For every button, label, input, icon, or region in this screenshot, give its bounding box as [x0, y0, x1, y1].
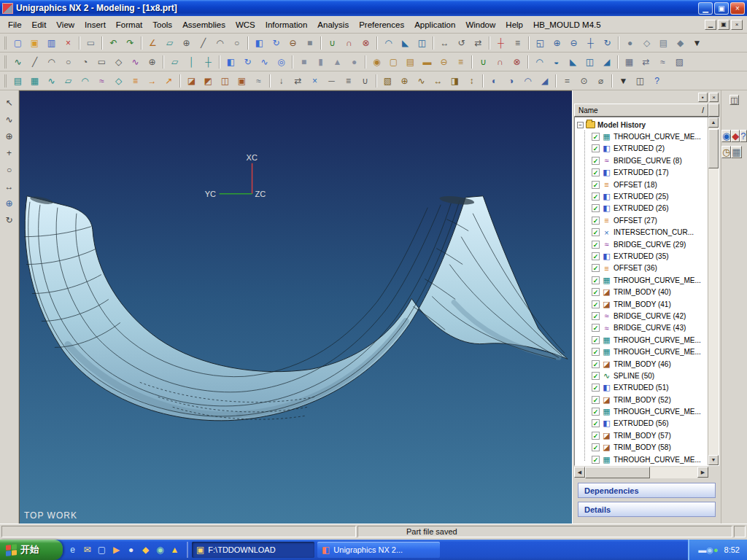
named-views-icon[interactable]: ▼ — [616, 74, 632, 88]
block-icon[interactable]: ■ — [302, 36, 318, 50]
feature-checkbox-icon[interactable]: ✓ — [592, 133, 600, 141]
subtract-2-icon[interactable]: ∩ — [492, 55, 508, 69]
sphere-icon[interactable]: ● — [347, 55, 363, 69]
history-palette-icon[interactable]: ◷ — [721, 146, 731, 158]
restore-child-button-icon[interactable]: ▣ — [718, 20, 729, 30]
trimmed-sheet-icon[interactable]: ◩ — [201, 74, 217, 88]
intersection-curve-icon[interactable]: × — [307, 74, 323, 88]
details-panel-header[interactable]: Details — [578, 502, 716, 517]
tree-item[interactable]: ✓≈BRIDGE_CURVE (29) — [592, 238, 708, 250]
feature-checkbox-icon[interactable]: ✓ — [592, 456, 600, 464]
pocket-icon[interactable]: ▢ — [386, 55, 402, 69]
rotate-tool-icon[interactable]: ↻ — [2, 214, 17, 227]
window-cascade-icon[interactable]: ◫ — [632, 74, 649, 88]
cylinder-icon[interactable]: ▮ — [313, 55, 329, 69]
join-curve-icon[interactable]: ∪ — [357, 74, 374, 88]
tube-icon[interactable]: ◎ — [274, 55, 290, 69]
scale-object-icon[interactable]: ⇄ — [471, 36, 487, 50]
feature-checkbox-icon[interactable]: ✓ — [592, 276, 600, 284]
zoom-out-icon[interactable]: ⊖ — [566, 36, 582, 50]
delete-icon[interactable]: × — [61, 36, 77, 50]
edit-surface-icon[interactable]: ▧ — [380, 74, 396, 88]
wireframe-icon[interactable]: ◇ — [639, 36, 655, 50]
help-icon[interactable]: ? — [649, 74, 665, 88]
antivirus-icon[interactable]: ● — [713, 545, 719, 554]
shaded-icon[interactable]: ● — [622, 36, 638, 50]
edge-blend-icon[interactable]: ◠ — [381, 36, 397, 50]
panel-pin-button-icon[interactable]: ▪ — [698, 93, 708, 102]
sketch-icon[interactable]: ∠ — [145, 36, 161, 50]
vertical-scroll-thumb[interactable] — [708, 129, 719, 168]
move-object-icon[interactable]: ↔ — [437, 36, 453, 50]
scroll-up-button[interactable]: ▲ — [708, 117, 719, 128]
spline-tool-icon[interactable]: ∿ — [2, 113, 17, 126]
plus-tool-icon[interactable]: + — [2, 147, 17, 160]
toolbar-grip[interactable] — [4, 55, 7, 69]
toolbar-grip[interactable] — [4, 36, 7, 50]
tree-item[interactable]: ✓◪TRIM_BODY (41) — [592, 298, 708, 310]
edge-blend-2-icon[interactable]: ◠ — [532, 55, 548, 69]
open-icon[interactable]: ▣ — [27, 36, 43, 50]
expander-icon[interactable]: − — [577, 122, 584, 128]
datum-axis-icon[interactable]: │ — [184, 55, 200, 69]
view-menu-icon[interactable]: ▼ — [689, 36, 705, 50]
sew-2-icon[interactable]: ≈ — [251, 74, 267, 88]
project-curve-icon[interactable]: ↓ — [274, 74, 290, 88]
wcs-dynamics-icon[interactable]: ┼ — [493, 36, 509, 50]
taper-icon[interactable]: ◢ — [599, 55, 615, 69]
feature-checkbox-icon[interactable]: ✓ — [592, 443, 600, 451]
patch-icon[interactable]: ▨ — [672, 55, 688, 69]
tree-item[interactable]: ✓▦THROUGH_CURVE_ME... — [592, 131, 708, 142]
model-surface[interactable] — [25, 196, 568, 421]
feature-checkbox-icon[interactable]: ✓ — [592, 288, 600, 296]
menu-window[interactable]: Window — [460, 18, 500, 31]
intersect-icon[interactable]: ⊗ — [358, 36, 374, 50]
training-icon[interactable]: ◆ — [731, 130, 740, 142]
extrude-2-icon[interactable]: ◧ — [223, 55, 239, 69]
expression-icon[interactable]: = — [560, 74, 576, 88]
tree-item[interactable]: ✓▦THROUGH_CURVE_ME... — [592, 346, 708, 357]
feature-checkbox-icon[interactable]: ✓ — [592, 419, 600, 427]
tree-item[interactable]: ✓≈BRIDGE_CURVE (42) — [592, 310, 708, 322]
revolve-2-icon[interactable]: ↻ — [240, 55, 256, 69]
language-bar-icon[interactable]: ▬ — [698, 545, 706, 554]
name-column-header[interactable]: Name / — [574, 104, 708, 117]
trim-body-icon[interactable]: ◪ — [184, 74, 200, 88]
tree-item[interactable]: ✓◪TRIM_BODY (40) — [592, 286, 708, 298]
feature-checkbox-icon[interactable]: ✓ — [592, 264, 600, 272]
rectangle-icon[interactable]: ▭ — [94, 55, 110, 69]
tree-item[interactable]: ✓◧EXTRUDED (35) — [592, 250, 708, 262]
feature-checkbox-icon[interactable]: ✓ — [592, 168, 600, 176]
select-arrow-icon[interactable]: ↖ — [2, 96, 17, 109]
feature-checkbox-icon[interactable]: ✓ — [592, 312, 600, 320]
iso-view-icon[interactable]: ◆ — [673, 36, 689, 50]
feature-checkbox-icon[interactable]: ✓ — [592, 408, 600, 416]
shell-icon[interactable]: ◫ — [414, 36, 430, 50]
feature-checkbox-icon[interactable]: ✓ — [592, 157, 600, 165]
tree-item[interactable]: ✓≈BRIDGE_CURVE (43) — [592, 322, 708, 334]
tree-item[interactable]: ✓◧EXTRUDED (56) — [592, 418, 708, 429]
menu-format[interactable]: Format — [111, 18, 147, 31]
web-browser-icon[interactable]: ◉ — [721, 130, 731, 142]
section-curve-icon[interactable]: ─ — [324, 74, 340, 88]
tree-item[interactable]: ✓◧EXTRUDED (51) — [592, 382, 708, 394]
unite-2-icon[interactable]: ∪ — [476, 55, 492, 69]
pad-icon[interactable]: ▤ — [403, 55, 419, 69]
bridge-surface-icon[interactable]: ≈ — [94, 74, 110, 88]
face-blend-icon[interactable]: ◒ — [549, 55, 565, 69]
feature-checkbox-icon[interactable]: ✓ — [592, 348, 600, 356]
tree-item[interactable]: ✓▦THROUGH_CURVE_ME... — [592, 274, 708, 286]
emule-icon[interactable]: ◉ — [706, 545, 713, 554]
scroll-down-button[interactable]: ▼ — [708, 455, 719, 465]
datum-csys-icon[interactable]: ┼ — [201, 55, 217, 69]
minimize-child-button-icon[interactable]: ▁ — [705, 20, 716, 30]
ruled-icon[interactable]: ▱ — [61, 74, 77, 88]
tree-root-row[interactable]: −Model History — [577, 119, 708, 131]
dependencies-panel-header[interactable]: Dependencies — [578, 483, 716, 498]
menu-application[interactable]: Application — [409, 18, 460, 31]
minimize-button-icon[interactable]: ▁ — [698, 2, 713, 15]
thunder-icon[interactable]: ◆ — [139, 544, 152, 556]
menu-preferences[interactable]: Preferences — [354, 18, 409, 31]
feature-checkbox-icon[interactable]: ✓ — [592, 396, 600, 404]
menu-assemblies[interactable]: Assemblies — [177, 18, 231, 31]
